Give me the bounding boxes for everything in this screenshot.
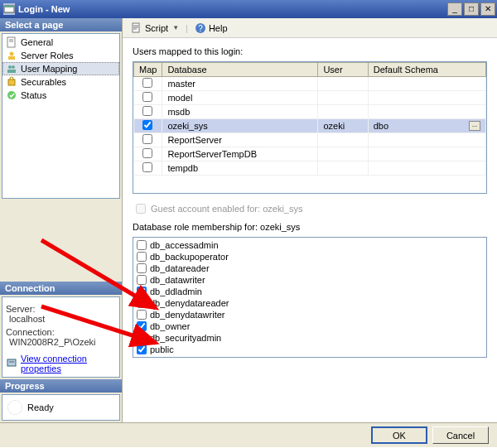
view-connection-properties-link[interactable]: View connection properties: [21, 354, 116, 373]
mapping-table: Map Database User Default Schema masterm…: [133, 62, 486, 176]
role-checkbox[interactable]: [137, 333, 147, 343]
role-checkbox[interactable]: [137, 240, 147, 250]
connection-panel: Server: localhost Connection: WIN2008R2_…: [2, 296, 120, 378]
page-icon: [6, 89, 17, 101]
cell-database: ReportServerTempDB: [162, 147, 318, 161]
guest-row: Guest account enabled for: ozeki_sys: [133, 204, 487, 214]
role-checkbox[interactable]: [137, 263, 147, 273]
role-checkbox[interactable]: [137, 252, 147, 262]
maximize-button[interactable]: □: [464, 2, 479, 16]
role-name: db_denydatawriter: [150, 309, 225, 320]
map-checkbox[interactable]: [142, 92, 152, 102]
table-row[interactable]: msdb: [134, 105, 486, 119]
role-item[interactable]: db_backupoperator: [137, 251, 483, 263]
cell-schema: [368, 91, 485, 105]
svg-rect-6: [8, 56, 15, 60]
page-label: Server Roles: [21, 51, 74, 60]
map-checkbox[interactable]: [142, 78, 152, 88]
ellipsis-button[interactable]: ...: [469, 121, 480, 131]
role-checkbox[interactable]: [137, 275, 147, 285]
page-item-general[interactable]: General: [2, 36, 119, 49]
role-checkbox[interactable]: [137, 344, 147, 354]
role-item[interactable]: db_accessadmin: [137, 239, 483, 251]
page-item-user-mapping[interactable]: User Mapping: [2, 62, 119, 75]
toolbar: Script ▼ | ? Help: [123, 18, 497, 38]
table-row[interactable]: ozeki_sysozekidbo...: [134, 119, 486, 133]
minimize-button[interactable]: _: [447, 2, 462, 16]
col-map[interactable]: Map: [134, 63, 162, 77]
table-row[interactable]: ReportServer: [134, 133, 486, 147]
svg-point-5: [10, 52, 14, 56]
right-panel: Script ▼ | ? Help Users mapped to this l…: [123, 18, 497, 422]
roles-label: Database role membership for: ozeki_sys: [133, 222, 487, 232]
connection-value: WIN2008R2_P\Ozeki: [9, 337, 116, 347]
table-row[interactable]: ReportServerTempDB: [134, 147, 486, 161]
role-item[interactable]: db_denydatawriter: [137, 309, 483, 320]
role-name: db_ddladmin: [150, 286, 202, 297]
page-icon: [6, 63, 17, 75]
connection-label: Connection:: [6, 327, 116, 337]
page-item-securables[interactable]: Securables: [2, 75, 119, 89]
table-row[interactable]: tempdb: [134, 161, 486, 176]
svg-point-7: [8, 65, 12, 69]
svg-text:?: ?: [198, 24, 203, 33]
page-item-status[interactable]: Status: [2, 89, 119, 102]
connection-header: Connection: [0, 282, 122, 295]
cell-schema: [368, 133, 485, 147]
role-item[interactable]: db_datareader: [137, 263, 483, 274]
svg-rect-2: [7, 37, 15, 47]
role-item[interactable]: db_denydatareader: [137, 297, 483, 309]
page-icon: [6, 76, 17, 88]
cell-database: master: [162, 77, 318, 91]
cell-schema: [368, 147, 485, 161]
cell-schema: [368, 77, 485, 91]
script-button[interactable]: Script ▼: [128, 22, 182, 35]
role-name: db_securityadmin: [150, 332, 221, 344]
map-checkbox[interactable]: [142, 148, 152, 158]
cell-schema: [368, 105, 485, 119]
role-item[interactable]: public: [137, 344, 483, 355]
col-schema[interactable]: Default Schema: [368, 63, 485, 77]
progress-icon: [7, 400, 22, 415]
close-button[interactable]: ✕: [480, 2, 495, 16]
svg-rect-12: [7, 359, 16, 366]
col-user[interactable]: User: [318, 63, 368, 77]
map-checkbox[interactable]: [142, 106, 152, 116]
cell-database: tempdb: [162, 161, 318, 176]
cancel-button[interactable]: Cancel: [432, 426, 489, 444]
map-checkbox[interactable]: [142, 120, 152, 130]
page-icon: [6, 36, 17, 48]
col-database[interactable]: Database: [162, 63, 318, 77]
ok-button[interactable]: OK: [371, 426, 427, 444]
cell-user: ozeki: [318, 119, 368, 133]
svg-point-8: [12, 65, 15, 69]
role-item[interactable]: db_datawriter: [137, 274, 483, 286]
table-row[interactable]: master: [134, 77, 486, 91]
page-item-server-roles[interactable]: Server Roles: [2, 49, 119, 62]
progress-status: Ready: [27, 402, 54, 412]
role-name: db_owner: [150, 320, 190, 332]
role-item[interactable]: db_owner: [137, 320, 483, 332]
role-checkbox[interactable]: [137, 310, 147, 320]
script-icon: [131, 22, 142, 34]
table-row[interactable]: model: [134, 91, 486, 105]
cell-schema: [368, 161, 485, 176]
cell-user: [318, 161, 368, 176]
page-list: GeneralServer RolesUser MappingSecurable…: [2, 33, 120, 199]
role-checkbox[interactable]: [137, 321, 147, 331]
map-checkbox[interactable]: [142, 134, 152, 144]
svg-point-11: [7, 91, 16, 99]
cell-database: ozeki_sys: [162, 119, 318, 133]
role-name: db_denydatareader: [150, 297, 229, 309]
roles-list: db_accessadmindb_backupoperatordb_datare…: [133, 237, 487, 358]
role-checkbox[interactable]: [137, 298, 147, 308]
map-checkbox[interactable]: [142, 162, 152, 172]
role-item[interactable]: db_securityadmin: [137, 332, 483, 344]
cell-database: ReportServer: [162, 133, 318, 147]
role-item[interactable]: db_ddladmin: [137, 286, 483, 297]
role-checkbox[interactable]: [137, 287, 147, 296]
help-button[interactable]: ? Help: [191, 22, 231, 35]
chevron-down-icon: ▼: [172, 24, 179, 31]
page-icon: [6, 50, 17, 61]
cell-user: [318, 133, 368, 147]
